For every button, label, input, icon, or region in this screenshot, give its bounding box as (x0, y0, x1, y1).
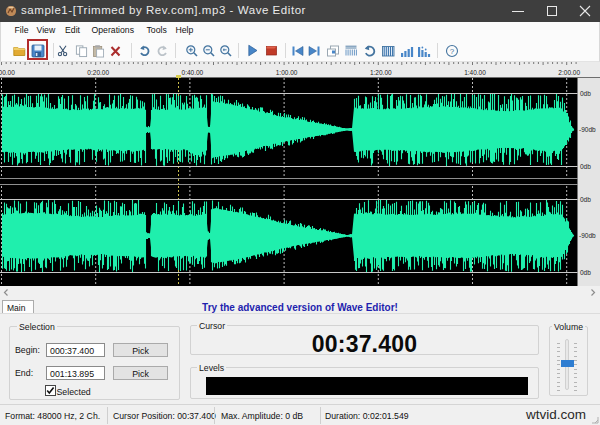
svg-text:0db: 0db (580, 196, 591, 203)
svg-text:-90db: -90db (579, 126, 596, 133)
svg-text:1:00.00: 1:00.00 (276, 69, 298, 76)
svg-text:0:00.00: 0:00.00 (0, 69, 15, 76)
svg-text:2:00.00: 2:00.00 (558, 69, 580, 76)
svg-text:?: ? (450, 47, 455, 56)
svg-text:0db: 0db (580, 163, 591, 170)
svg-text:1:20.00: 1:20.00 (370, 69, 392, 76)
svg-text:1:40.00: 1:40.00 (464, 69, 486, 76)
svg-text:0:40.00: 0:40.00 (182, 69, 204, 76)
svg-text:-90db: -90db (579, 232, 596, 239)
svg-text:0db: 0db (580, 90, 591, 97)
svg-text:0db: 0db (580, 269, 591, 276)
svg-text:0:20.00: 0:20.00 (87, 69, 109, 76)
